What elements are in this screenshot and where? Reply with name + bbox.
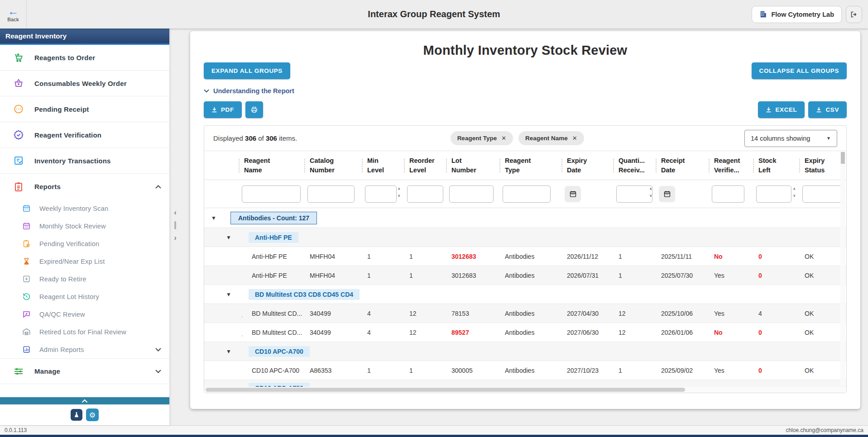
csv-export-button[interactable]: CSV [808,101,847,118]
understanding-report-toggle[interactable]: Understanding the Report [204,87,294,95]
print-button[interactable] [245,101,263,118]
sidebar-subitem-admin-reports[interactable]: Admin Reports [0,341,169,358]
csv-label: CSV [825,106,839,113]
cell-lot-number: 3012683 [446,253,499,260]
sidebar-subitem-ready-to-retire[interactable]: Ready to Retire [0,270,169,288]
filter-quantity-received-input[interactable] [616,185,652,203]
sidebar-subitem-expired-near-exp-list[interactable]: Expired/Near Exp List [0,252,169,270]
expand-all-groups-button[interactable]: EXPAND ALL GROUPS [204,62,290,79]
download-icon [211,107,217,113]
column-header-lot-number[interactable]: LotNumber [446,151,499,180]
column-header-reagent-type[interactable]: ReagentType [499,151,561,180]
group-badge[interactable]: Antibodies - Count: 127 [230,212,317,224]
table-row[interactable]: ▶BD Multitest CD... 340499 4 12 89527 An… [204,323,846,342]
inventory-table: Displayed 306 of 306 items. Reagent Type… [204,125,847,393]
spinner-arrows[interactable]: ∧∨ [649,187,652,198]
column-header-receipt-date[interactable]: ReceiptDate [655,151,708,180]
collapse-group-caret[interactable]: ▼ [211,215,216,221]
cell-quantity-received: 12 [613,310,655,317]
subgroup-badge[interactable]: Anti-HbF PE [249,232,298,243]
spinner-arrows[interactable]: ∧∨ [793,187,796,198]
subgroup-badge[interactable]: CD10 APC-A750 [249,383,310,387]
collapse-left-handle[interactable]: ‹ [174,209,177,216]
table-row[interactable]: Anti-HbF PE MHFH04 1 1 3012683 Antibodie… [204,247,846,266]
collapse-all-groups-button[interactable]: COLLAPSE ALL GROUPS [752,62,847,79]
column-header-expiry-status[interactable]: ExpiryStatus [799,151,846,180]
filter-reorder-level-input[interactable] [407,185,443,203]
lab-selector-button[interactable]: Flow Cytometry Lab [752,6,842,23]
sidebar-subitem-retired-lots-final-review[interactable]: Retired Lots for Final Review [0,323,169,341]
warehouse-icon [22,327,31,337]
sidebar-subitem-weekly-inventory-scan[interactable]: Weekly Inventory Scan [0,200,169,217]
close-icon[interactable]: ✕ [501,135,506,142]
column-header-catalog-number[interactable]: CatalogNumber [304,151,361,180]
table-row[interactable]: CD10 APC-A700 A86353 1 1 300005 Antibodi… [204,361,846,380]
sidebar-item-reagent-verification[interactable]: Reagent Verification [0,122,169,148]
sidebar-item-reagents-to-order[interactable]: Reagents to Order [0,45,169,71]
column-header-reagent-name[interactable]: ReagentName [238,151,304,180]
sidebar-item-consumables-weekly-order[interactable]: Consumables Weekly Order [0,71,169,96]
horizontal-scrollbar[interactable] [204,387,846,393]
grouping-chips: Reagent Type ✕ Reagent Name ✕ [451,131,584,145]
filter-expiry-status-input[interactable] [802,185,844,203]
sidebar-item-pending-receipt[interactable]: Pending Receipt [0,96,169,122]
column-header-expiry-date[interactable]: ExpiryDate [561,151,613,180]
sidebar-item-manage[interactable]: Manage [0,358,169,384]
chat-pencil-icon [22,309,31,319]
sidebar-subitem-monthly-stock-review[interactable]: Monthly Stock Review [0,217,169,235]
settings-button[interactable]: ⚙ [86,408,99,421]
filter-receipt-date-button[interactable] [659,186,675,202]
collapse-right-handle[interactable]: › [174,235,177,241]
column-header-reagent-verified[interactable]: ReagentVerifie... [708,151,753,180]
cell-reagent-verified: No [708,329,753,336]
lab-mode-button[interactable] [71,409,82,421]
filter-stock-left-input[interactable] [756,185,791,203]
filter-reagent-verified-input[interactable] [712,185,744,203]
sidebar-subitem-reagent-lot-history[interactable]: Reagent Lot History [0,288,169,305]
table-row[interactable]: Anti-HbF PE MHFH04 1 1 3012683 Antibodie… [204,266,846,285]
group-chip-reagent-type[interactable]: Reagent Type ✕ [451,131,513,145]
column-header-reorder-level[interactable]: ReorderLevel [403,151,446,180]
cell-stock-left: 0 [753,253,799,260]
filter-min-level-input[interactable] [365,185,397,203]
filter-catalog-number-input[interactable] [307,185,355,203]
filter-expiry-date-button[interactable] [565,186,581,202]
close-icon[interactable]: ✕ [572,135,577,142]
vertical-scrollbar[interactable] [840,152,845,385]
expand-row-caret[interactable]: ▶ [242,315,245,317]
column-header-quantity-received[interactable]: Quanti...Receiv... [613,151,655,180]
horizontal-scrollbar-thumb[interactable] [206,388,685,392]
subgroup-badge[interactable]: CD10 APC-A700 [249,346,310,357]
spinner-arrows[interactable]: ∧∨ [398,187,400,198]
collapse-subgroup-caret[interactable]: ▼ [226,348,231,355]
collapse-subgroup-caret[interactable]: ▼ [226,234,231,241]
filter-lot-number-input[interactable] [449,185,494,203]
group-chip-reagent-name[interactable]: Reagent Name ✕ [518,131,584,145]
collapse-subgroup-caret[interactable]: ▼ [226,291,231,298]
subgroup-badge[interactable]: BD Multitest CD3 CD8 CD45 CD4 [249,289,360,300]
cell-quantity-received: 12 [613,329,655,336]
panel-resize-grip[interactable] [174,221,176,229]
filter-reagent-type-input[interactable] [503,185,551,203]
sidebar-subitem-pending-verification[interactable]: Pending Verification [0,235,169,252]
main-area: Monthly Inventory Stock Review EXPAND AL… [181,28,868,425]
excel-export-button[interactable]: EXCEL [758,101,805,118]
back-button[interactable]: ← Back [0,0,26,28]
sidebar-item-reports[interactable]: Reports [0,174,169,200]
vertical-scrollbar-thumb[interactable] [841,152,845,164]
sidebar-subitem-qa-qc-review[interactable]: QA/QC Review [0,305,169,323]
filter-reagent-name-input[interactable] [242,185,301,203]
columns-dropdown[interactable]: 14 columns showing ▼ [744,130,837,147]
table-row[interactable]: ▶BD Multitest CD... 340499 4 12 78153 An… [204,304,846,323]
sidebar-collapse-bar[interactable] [0,397,169,404]
expand-row-caret[interactable]: ▶ [242,334,245,336]
column-header-stock-left[interactable]: StockLeft [753,151,799,180]
logout-button[interactable] [846,6,862,23]
sidebar-item-inventory-transactions[interactable]: Inventory Transactions [0,148,169,174]
panel-resize-gutter: ‹ › [169,28,181,425]
caret-down-icon: ▼ [826,136,831,141]
sidebar-subitem-label: Retired Lots for Final Review [39,328,126,336]
cell-expiry-date: 2027/10/23 [561,367,613,374]
column-header-min-level[interactable]: MinLevel [361,151,403,180]
pdf-export-button[interactable]: PDF [204,101,242,118]
